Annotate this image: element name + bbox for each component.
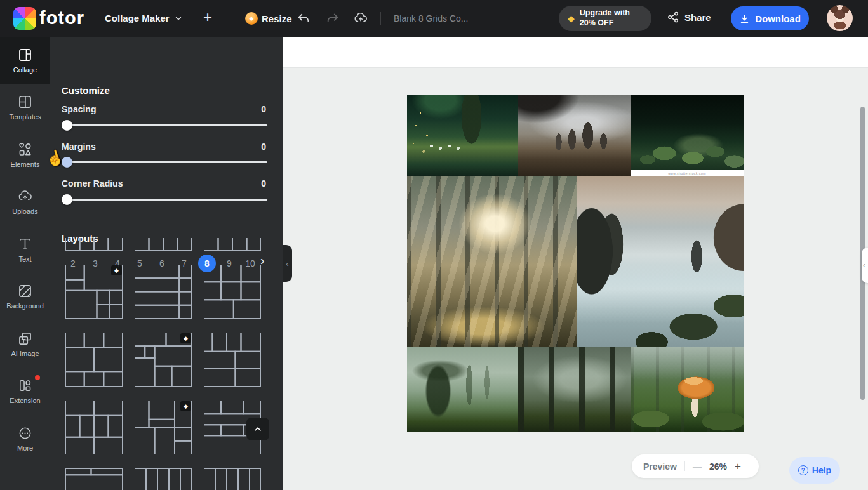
collage-canvas[interactable]: www.shutterstock.com bbox=[407, 95, 744, 432]
layout-grid-preview bbox=[204, 265, 261, 319]
collage-photo-foggy-graveyard[interactable] bbox=[518, 95, 631, 176]
user-avatar[interactable] bbox=[827, 5, 853, 31]
undo-icon[interactable] bbox=[297, 11, 310, 25]
share-label: Share bbox=[684, 12, 711, 23]
corner-radius-slider[interactable] bbox=[62, 199, 267, 201]
sidebar-item-label: Extension bbox=[10, 397, 40, 404]
layout-grid-preview bbox=[135, 468, 192, 490]
text-icon bbox=[18, 237, 32, 251]
spacing-label: Spacing bbox=[62, 104, 96, 114]
corner-radius-slider-knob[interactable] bbox=[62, 194, 72, 205]
share-button[interactable]: Share bbox=[667, 11, 711, 23]
collage-photo-misty-coastal-rocks[interactable] bbox=[577, 176, 744, 347]
left-sidebar: Collage Templates Elements Uploads Text … bbox=[0, 37, 50, 490]
corner-radius-label: Corner Radius bbox=[62, 178, 123, 189]
ai-image-icon bbox=[18, 331, 32, 346]
collage-icon bbox=[18, 48, 32, 62]
zoom-level[interactable]: 26% bbox=[709, 461, 727, 472]
sidebar-item-more[interactable]: More bbox=[0, 415, 50, 462]
new-project-button[interactable]: + bbox=[203, 8, 212, 26]
layout-grid-preview bbox=[65, 333, 123, 387]
spacing-value: 0 bbox=[261, 104, 266, 114]
stock-watermark: www.shutterstock.com bbox=[631, 170, 744, 176]
fotor-logo-text[interactable]: fotor bbox=[39, 8, 84, 29]
corner-radius-value: 0 bbox=[261, 178, 266, 189]
collage-maker-menu[interactable]: Collage Maker bbox=[105, 13, 170, 23]
chevron-down-icon[interactable] bbox=[174, 14, 183, 23]
layout-thumbnail-1[interactable] bbox=[65, 238, 123, 251]
collage-photo-sunbeam-forest[interactable] bbox=[407, 176, 577, 347]
sidebar-item-background[interactable]: Background bbox=[0, 274, 50, 321]
sidebar-item-label: Templates bbox=[9, 113, 41, 121]
collage-photo-misty-green-forest[interactable] bbox=[407, 347, 518, 432]
layout-thumbnail-13[interactable] bbox=[65, 468, 123, 490]
layout-thumbnail-10[interactable] bbox=[65, 401, 123, 454]
layout-grid-preview bbox=[204, 333, 261, 387]
sidebar-item-templates[interactable]: Templates bbox=[0, 84, 50, 131]
app-window: fotor Collage Maker + ◆ Resize Blank 8 G… bbox=[0, 0, 868, 490]
layout-thumbnail-6[interactable] bbox=[204, 265, 261, 319]
panel-collapse-handle[interactable]: ‹ bbox=[283, 245, 292, 282]
customize-title: Customize bbox=[62, 85, 110, 96]
layout-thumbnail-5[interactable] bbox=[135, 265, 192, 319]
download-button[interactable]: Download bbox=[731, 6, 809, 30]
layout-thumbnail-9[interactable] bbox=[204, 333, 261, 387]
margins-slider[interactable] bbox=[62, 161, 267, 163]
sidebar-item-label: Background bbox=[6, 302, 44, 310]
download-label: Download bbox=[755, 13, 801, 24]
help-button[interactable]: ? Help bbox=[789, 457, 840, 484]
zoom-out-button[interactable]: — bbox=[693, 461, 702, 472]
margins-slider-knob[interactable] bbox=[62, 157, 72, 168]
layout-grid-preview bbox=[65, 238, 123, 251]
layout-thumbnail-4[interactable]: ◆ bbox=[65, 265, 123, 319]
spacing-slider[interactable] bbox=[62, 124, 267, 126]
upgrade-button[interactable]: ◆ Upgrade with20% OFF bbox=[559, 6, 651, 31]
sidebar-item-elements[interactable]: Elements bbox=[0, 131, 50, 178]
question-mark-icon: ? bbox=[798, 465, 808, 475]
share-nodes-icon bbox=[667, 11, 679, 23]
right-panel-collapse-handle[interactable]: ‹ bbox=[862, 248, 868, 283]
scroll-to-top-button[interactable] bbox=[246, 418, 269, 440]
layout-thumbnail-2[interactable] bbox=[135, 238, 192, 251]
redo-icon[interactable] bbox=[326, 11, 340, 25]
sidebar-item-label: Elements bbox=[11, 161, 40, 168]
templates-icon bbox=[18, 95, 32, 109]
upgrade-line2: 20% OFF bbox=[580, 18, 614, 27]
margins-value: 0 bbox=[261, 142, 266, 152]
chevron-up-icon bbox=[253, 424, 263, 434]
layout-thumbnail-7[interactable] bbox=[65, 333, 123, 387]
preview-button[interactable]: Preview bbox=[643, 461, 677, 472]
layout-grid-preview bbox=[204, 238, 261, 251]
zoom-in-button[interactable]: + bbox=[735, 460, 741, 473]
margins-label: Margins bbox=[62, 142, 96, 152]
spacing-slider-knob[interactable] bbox=[62, 120, 72, 131]
sidebar-item-text[interactable]: Text bbox=[0, 226, 50, 273]
fotor-logo-icon[interactable] bbox=[13, 7, 36, 30]
collage-photo-mossy-forest-fireflies[interactable] bbox=[407, 95, 518, 176]
download-icon bbox=[739, 13, 750, 24]
sidebar-item-label: Text bbox=[18, 255, 31, 263]
cloud-upload-icon[interactable] bbox=[354, 11, 368, 25]
layout-thumbnail-11[interactable]: ◆ bbox=[135, 401, 192, 454]
layout-thumbnail-8[interactable]: ◆ bbox=[135, 333, 192, 387]
notification-dot bbox=[35, 375, 40, 380]
premium-diamond-badge: ◆ bbox=[111, 265, 122, 275]
collage-photo-dark-pine-forest[interactable] bbox=[518, 347, 631, 432]
resize-button[interactable]: Resize bbox=[262, 13, 292, 24]
collage-photo-dark-moss-rocks[interactable]: www.shutterstock.com bbox=[631, 95, 744, 176]
layout-grid-preview bbox=[65, 401, 123, 454]
sidebar-item-uploads[interactable]: Uploads bbox=[0, 179, 50, 226]
collage-photo-orange-mushroom[interactable] bbox=[631, 347, 744, 432]
layout-thumbnail-3[interactable] bbox=[204, 238, 261, 251]
document-title[interactable]: Blank 8 Grids Co... bbox=[394, 13, 483, 23]
sidebar-item-extension[interactable]: Extension bbox=[0, 368, 50, 415]
sidebar-item-ai-image[interactable]: AI Image bbox=[0, 321, 50, 368]
zoom-bar: Preview — 26% + bbox=[632, 454, 759, 478]
sidebar-item-label: Uploads bbox=[12, 208, 37, 215]
layout-thumbnail-14[interactable] bbox=[135, 468, 192, 490]
sidebar-item-collage[interactable]: Collage bbox=[0, 37, 50, 84]
sidebar-item-label: More bbox=[17, 444, 33, 452]
layouts-scroll-area[interactable]: ◆ ◆ ◆ bbox=[50, 238, 283, 490]
customize-panel: Customize Spacing 0 Margins 0 Corner Rad… bbox=[50, 37, 283, 490]
layout-thumbnail-15[interactable] bbox=[204, 468, 261, 490]
